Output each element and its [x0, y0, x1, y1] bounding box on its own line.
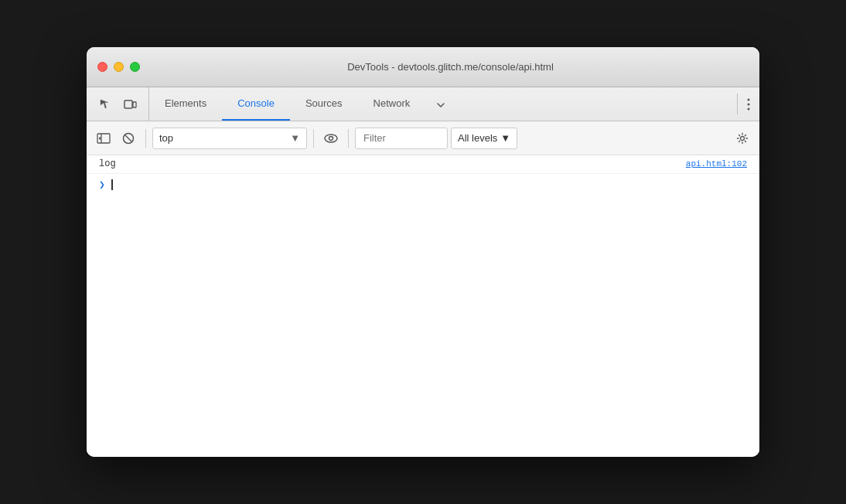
log-levels-select[interactable]: All levels ▼: [451, 128, 517, 149]
filter-input[interactable]: [355, 128, 448, 149]
live-expressions-icon[interactable]: [320, 128, 342, 149]
device-toolbar-icon[interactable]: [119, 94, 141, 115]
chevron-down-icon: ▼: [290, 132, 300, 144]
svg-line-9: [125, 135, 131, 141]
log-message: log: [99, 158, 116, 169]
svg-point-12: [741, 136, 745, 140]
toolbar-divider-3: [348, 129, 349, 148]
tab-sources[interactable]: Sources: [290, 87, 358, 121]
close-button[interactable]: [97, 62, 107, 72]
console-toolbar: top ▼ All levels ▼: [87, 121, 759, 155]
console-settings-icon[interactable]: [732, 128, 753, 149]
maximize-button[interactable]: [130, 62, 140, 72]
tab-list: Elements Console Sources Network: [149, 87, 737, 121]
tab-elements[interactable]: Elements: [149, 87, 222, 121]
sidebar-toggle-icon[interactable]: [93, 128, 114, 149]
svg-rect-0: [125, 100, 132, 108]
console-input-row[interactable]: ❯: [87, 174, 759, 196]
context-selector[interactable]: top ▼: [152, 128, 307, 149]
console-content: log api.html:102 ❯: [87, 155, 759, 457]
toolbar-divider-2: [313, 129, 314, 148]
prompt-icon[interactable]: ❯: [99, 179, 105, 191]
svg-point-10: [325, 135, 337, 142]
console-input[interactable]: [111, 179, 113, 190]
tab-more-button[interactable]: [425, 87, 456, 121]
log-entry: log api.html:102: [87, 155, 759, 174]
inspect-element-icon[interactable]: [94, 94, 116, 115]
cursor: [111, 179, 113, 190]
title-bar: DevTools - devtools.glitch.me/console/ap…: [87, 47, 759, 87]
tab-bar-left-icons: [87, 87, 149, 121]
log-source-link[interactable]: api.html:102: [686, 159, 747, 169]
context-value: top: [159, 132, 173, 144]
clear-console-icon[interactable]: [118, 128, 139, 149]
svg-rect-1: [133, 102, 136, 107]
svg-point-2: [748, 98, 750, 100]
traffic-lights: [97, 62, 140, 72]
tab-network[interactable]: Network: [358, 87, 426, 121]
svg-point-4: [748, 107, 750, 110]
svg-point-11: [329, 136, 333, 140]
tab-bar: Elements Console Sources Network: [87, 87, 759, 121]
log-levels-label: All levels: [458, 132, 497, 144]
minimize-button[interactable]: [114, 62, 124, 72]
svg-marker-7: [99, 136, 101, 140]
window-title: DevTools - devtools.glitch.me/console/ap…: [152, 61, 749, 73]
log-levels-chevron: ▼: [500, 132, 510, 144]
tab-console[interactable]: Console: [222, 87, 290, 121]
tab-overflow-button[interactable]: [738, 87, 759, 121]
toolbar-divider-1: [145, 129, 146, 148]
devtools-window: DevTools - devtools.glitch.me/console/ap…: [87, 47, 759, 457]
svg-point-3: [748, 103, 750, 105]
